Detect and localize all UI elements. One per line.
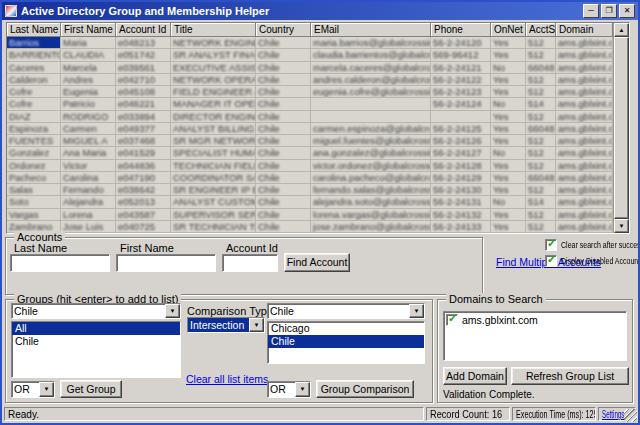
grid-cell[interactable]: carolina.pacheco@globalcrossing.com [311,172,431,184]
group-filter-combobox-right[interactable]: Chile ▼ [267,303,425,319]
scrollbar-thumb[interactable] [614,37,629,219]
grid-cell[interactable]: e052013 [116,196,171,208]
grid-cell[interactable]: e044836 [116,160,171,172]
grid-cell[interactable]: Yes [491,209,526,221]
grid-cell[interactable]: e037468 [116,135,171,147]
grid-cell[interactable]: CLAUDIA [61,49,116,61]
grid-cell[interactable]: Eugenia [61,86,116,98]
grid-cell[interactable]: MIGUEL A [61,135,116,147]
grid-cell[interactable] [311,111,431,123]
grid-cell[interactable]: 569-96412 [431,49,491,61]
list-item[interactable]: Chile [12,335,180,348]
find-account-button[interactable]: Find Account [284,253,350,272]
grid-cell[interactable]: Chile [256,98,311,110]
refresh-group-list-button[interactable]: Refresh Group List [511,367,629,385]
column-header-account-id[interactable]: Account Id [116,23,171,37]
domain-item[interactable]: ✓ams.gblxint.com [444,312,626,327]
grid-row[interactable]: CaceresMarcelae039561EXECUTIVE ASSISTANT… [7,62,613,74]
grid-row[interactable]: CalderonAndrese042710NETWORK OPERATIONS … [7,74,613,86]
grid-row[interactable]: EspinozaCarmene049377ANALYST BILLING OPE… [7,123,613,135]
grid-cell[interactable]: Yes [491,172,526,184]
grid-cell[interactable]: miguel.fuentes@globalcrossing.com [311,135,431,147]
grid-cell[interactable]: COORDINATOR SALES SUPPORT [171,172,256,184]
grid-cell[interactable]: Espinoza [7,123,61,135]
grid-cell[interactable]: Chile [256,62,311,74]
grid-cell[interactable]: e040725 [116,221,171,233]
column-header-first-name[interactable]: First Name [61,23,116,37]
grid-cell[interactable]: 512 [526,160,556,172]
grid-cell[interactable]: ana.gonzalez@globalcrossing.com [311,147,431,159]
grid-cell[interactable]: SUPERVISOR SERVICE DELIVERY [171,209,256,221]
grid-cell[interactable]: eugenia.cofre@globalcrossing.com [311,86,431,98]
grid-cell[interactable]: e043587 [116,209,171,221]
grid-vertical-scrollbar[interactable]: ▲ ▼ [613,23,629,233]
chevron-down-icon[interactable]: ▼ [295,382,310,397]
grid-cell[interactable]: 56-2-24133 [431,221,491,233]
grid-cell[interactable]: Fernando [61,184,116,196]
grid-cell[interactable]: Chile [256,49,311,61]
grid-cell[interactable]: 56-2-24126 [431,135,491,147]
grid-cell[interactable]: Yes [491,49,526,61]
grid-row[interactable]: BARRIENTOSCLAUDIAe051742SR ANALYST FINAN… [7,49,613,61]
grid-row[interactable]: ZambranoJose Luise040725SR TECHNICIAN TR… [7,221,613,233]
grid-cell[interactable]: ams.gblxint.com [556,135,613,147]
grid-cell[interactable]: lorena.vargas@globalcrossing.com [311,209,431,221]
grid-cell[interactable]: fernando.salas@globalcrossing.com [311,184,431,196]
checkbox-box[interactable]: ✓ [545,239,557,251]
grid-cell[interactable]: 66048 [526,62,556,74]
grid-cell[interactable]: Soto [7,196,61,208]
column-header-acctstat[interactable]: AcctStat [526,23,556,37]
grid-cell[interactable]: 56-2-24132 [431,209,491,221]
group-comparison-button[interactable]: Group Comparison [316,380,414,398]
grid-cell[interactable]: 56-2-24121 [431,62,491,74]
grid-cell[interactable]: e033894 [116,111,171,123]
grid-cell[interactable]: Lorena [61,209,116,221]
grid-cell[interactable]: claudia.barrientos@globalcrossing.com [311,49,431,61]
account-id-input[interactable] [222,254,278,272]
or-operator-combobox-left[interactable]: OR ▼ [11,381,55,398]
grid-cell[interactable]: 512 [526,209,556,221]
grid-cell[interactable]: ams.gblxint.com [556,160,613,172]
chevron-down-icon[interactable]: ▼ [39,382,54,397]
grid-cell[interactable]: SR TECHNICIAN TRANSMISSION [171,221,256,233]
grid-cell[interactable]: Vargas [7,209,61,221]
list-item[interactable]: Chile [268,335,424,348]
grid-cell[interactable]: EXECUTIVE ASSISTANT II [171,62,256,74]
grid-cell[interactable]: ams.gblxint.com [556,37,613,49]
grid-cell[interactable]: e039561 [116,62,171,74]
first-name-input[interactable] [116,254,216,272]
grid-cell[interactable]: marcela.caceres@globalcrossing.com [311,62,431,74]
grid-cell[interactable] [431,111,491,123]
grid-cell[interactable]: e048213 [116,37,171,49]
grid-cell[interactable]: ams.gblxint.com [556,111,613,123]
grid-cell[interactable]: ams.gblxint.com [556,209,613,221]
grid-cell[interactable]: alejandra.soto@globalcrossing.com [311,196,431,208]
grid-cell[interactable]: 512 [526,49,556,61]
grid-cell[interactable]: No [491,196,526,208]
grid-cell[interactable]: BARRIENTOS [7,49,61,61]
grid-cell[interactable]: ams.gblxint.com [556,62,613,74]
grid-cell[interactable]: Chile [256,86,311,98]
grid-cell[interactable]: e038642 [116,184,171,196]
grid-cell[interactable]: Yes [491,135,526,147]
grid-cell[interactable]: ams.gblxint.com [556,74,613,86]
grid-cell[interactable]: No [491,62,526,74]
grid-row[interactable]: FUENTESMIGUEL Ae037468SR MGR NETWORK OPE… [7,135,613,147]
grid-cell[interactable]: e047190 [116,172,171,184]
grid-cell[interactable]: MANAGER IT OPERATIONS [171,98,256,110]
grid-row[interactable]: BarriosMariae048213NETWORK ENGINEER IIIC… [7,37,613,49]
grid-cell[interactable]: 56-2-24128 [431,160,491,172]
grid-cell[interactable]: Victor [61,160,116,172]
grid-cell[interactable]: Caceres [7,62,61,74]
grid-cell[interactable]: Maria [61,37,116,49]
grid-cell[interactable]: SR MGR NETWORK OPERATIONS [171,135,256,147]
grid-cell[interactable]: RODRIGO [61,111,116,123]
grid-row[interactable]: CofrePatricioe046221MANAGER IT OPERATION… [7,98,613,110]
grid-row[interactable]: SotoAlejandrae052013ANALYST CUSTOMER SER… [7,196,613,208]
grid-row[interactable]: OrdonezVictore044836TECHNICIAN FIELD OPS… [7,160,613,172]
grid-cell[interactable]: 514 [526,98,556,110]
grid-cell[interactable]: Yes [491,111,526,123]
grid-cell[interactable]: FUENTES [7,135,61,147]
grid-cell[interactable]: e046221 [116,98,171,110]
grid-cell[interactable]: Barrios [7,37,61,49]
